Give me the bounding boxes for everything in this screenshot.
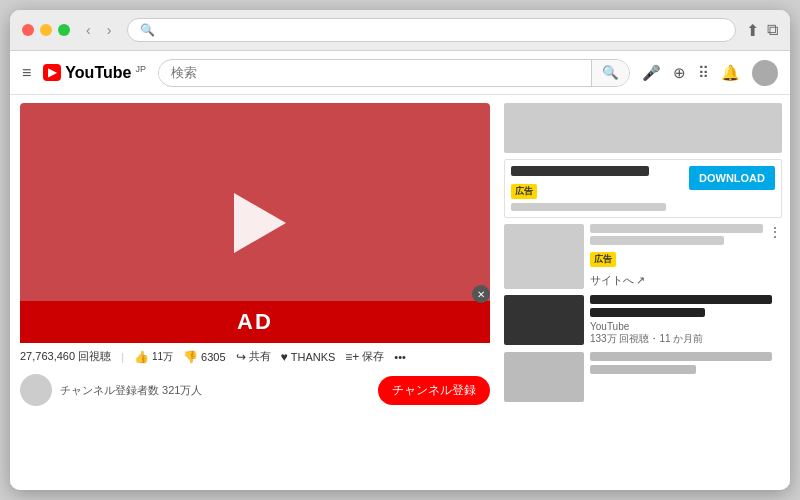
dislike-count: 6305 xyxy=(201,351,225,363)
top-ad-banner[interactable] xyxy=(504,103,782,153)
close-button[interactable] xyxy=(22,24,34,36)
youtube-logo[interactable]: ▶ YouTube JP xyxy=(43,64,146,82)
rec-info-2 xyxy=(590,352,782,402)
video-recommendation-2[interactable] xyxy=(504,352,782,402)
view-count: 27,763,460 回視聴 xyxy=(20,349,111,364)
channel-row: チャンネル登録者数 321万人 チャンネル登録 xyxy=(20,374,490,406)
channel-avatar[interactable] xyxy=(20,374,52,406)
rec-title-bar4 xyxy=(590,365,696,374)
side-ad-card-1: 広告 DOWNLOAD xyxy=(504,159,782,218)
side-ad2-content: 広告 サイトへ ↗ xyxy=(590,224,782,289)
subscribe-button[interactable]: チャンネル登録 xyxy=(378,376,490,405)
like-count: 11万 xyxy=(152,350,173,364)
traffic-lights xyxy=(22,24,70,36)
rec-meta: 133万 回視聴・11 か月前 xyxy=(590,332,782,346)
new-tab-button[interactable]: ⧉ xyxy=(767,21,778,40)
back-button[interactable]: ‹ xyxy=(80,20,97,40)
rec-channel: YouTube xyxy=(590,321,782,332)
share-label: 共有 xyxy=(249,349,271,364)
side-ad-desc xyxy=(511,203,666,211)
youtube-content: ≡ ▶ YouTube JP 🔍 🎤 ⊕ ⠿ 🔔 xyxy=(10,51,790,490)
forward-button[interactable]: › xyxy=(101,20,118,40)
ad-badge-2: 広告 xyxy=(590,252,616,267)
video-panel: AD ✕ 27,763,460 回視聴 | 👍 11万 👎 6305 xyxy=(10,95,500,490)
side-ad-content: 広告 xyxy=(511,166,683,211)
youtube-logo-jp: JP xyxy=(135,64,146,74)
side-ad-top: 広告 DOWNLOAD xyxy=(511,166,775,211)
youtube-logo-text: YouTube xyxy=(65,64,131,82)
ad-badge-1: 広告 xyxy=(511,184,537,199)
menu-icon[interactable]: ≡ xyxy=(22,64,31,82)
youtube-header: ≡ ▶ YouTube JP 🔍 🎤 ⊕ ⠿ 🔔 xyxy=(10,51,790,95)
rec-thumbnail-2 xyxy=(504,352,584,402)
dislike-button[interactable]: 👎 6305 xyxy=(183,350,225,364)
stat-divider: | xyxy=(121,351,124,363)
youtube-logo-icon: ▶ xyxy=(43,64,61,81)
side-ad2-title-bar xyxy=(590,224,763,233)
save-button[interactable]: ≡+ 保存 xyxy=(345,349,384,364)
browser-actions: ⬆ ⧉ xyxy=(746,21,778,40)
youtube-main: AD ✕ 27,763,460 回視聴 | 👍 11万 👎 6305 xyxy=(10,95,790,490)
upload-icon[interactable]: ⊕ xyxy=(673,64,686,82)
ad-label: AD xyxy=(237,309,273,335)
channel-subs: チャンネル登録者数 321万人 xyxy=(60,383,370,398)
grid-icon[interactable]: ⠿ xyxy=(698,64,709,82)
side-ad-thumbnail[interactable] xyxy=(504,224,584,289)
rec-info: YouTube 133万 回視聴・11 か月前 xyxy=(590,295,782,346)
download-button[interactable]: DOWNLOAD xyxy=(689,166,775,190)
share-icon: ↪ xyxy=(236,350,246,364)
play-button[interactable] xyxy=(234,193,286,253)
search-bar[interactable]: 🔍 xyxy=(158,59,630,87)
rec-title-bar3 xyxy=(590,352,772,361)
browser-chrome: ‹ › 🔍 ⬆ ⧉ xyxy=(10,10,790,51)
nav-buttons: ‹ › xyxy=(80,20,117,40)
site-link-text: サイトへ xyxy=(590,273,634,288)
external-link-icon: ↗ xyxy=(636,274,645,287)
minimize-button[interactable] xyxy=(40,24,52,36)
side-ad-title xyxy=(511,166,649,176)
search-icon: 🔍 xyxy=(140,23,155,37)
thanks-button[interactable]: ♥ THANKS xyxy=(281,350,336,364)
bell-icon[interactable]: 🔔 xyxy=(721,64,740,82)
more-button[interactable]: ••• xyxy=(394,351,406,363)
save-icon: ≡+ xyxy=(345,350,359,364)
maximize-button[interactable] xyxy=(58,24,70,36)
thumbs-down-icon: 👎 xyxy=(183,350,198,364)
search-button[interactable]: 🔍 xyxy=(591,60,629,86)
share-button[interactable]: ↪ 共有 xyxy=(236,349,271,364)
ad-close-button[interactable]: ✕ xyxy=(472,285,490,303)
avatar[interactable] xyxy=(752,60,778,86)
address-bar[interactable]: 🔍 xyxy=(127,18,736,42)
side-ad-card-2: 広告 サイトへ ↗ ⋮ xyxy=(504,224,782,289)
browser-window: ‹ › 🔍 ⬆ ⧉ ≡ ▶ YouTube JP 🔍 🎤 xyxy=(10,10,790,490)
ad-bar: AD ✕ xyxy=(20,301,490,343)
header-icons: 🎤 ⊕ ⠿ 🔔 xyxy=(642,60,778,86)
mic-icon[interactable]: 🎤 xyxy=(642,64,661,82)
video-recommendation[interactable]: YouTube 133万 回視聴・11 か月前 xyxy=(504,295,782,346)
channel-info: チャンネル登録者数 321万人 xyxy=(60,383,370,398)
sidebar-panel: 広告 DOWNLOAD 広告 サイトへ xyxy=(500,95,790,490)
url-input[interactable] xyxy=(161,23,723,37)
more-icon: ••• xyxy=(394,351,406,363)
save-label: 保存 xyxy=(362,349,384,364)
search-input[interactable] xyxy=(159,65,591,80)
video-stats: 27,763,460 回視聴 | 👍 11万 👎 6305 ↪ 共有 xyxy=(20,349,490,364)
video-player[interactable]: AD ✕ xyxy=(20,103,490,343)
thumbs-up-icon: 👍 xyxy=(134,350,149,364)
rec-title-bar2 xyxy=(590,308,705,317)
share-browser-button[interactable]: ⬆ xyxy=(746,21,759,40)
rec-title-bar xyxy=(590,295,772,304)
side-ad2-title-bar2 xyxy=(590,236,724,245)
thanks-icon: ♥ xyxy=(281,350,288,364)
rec-thumbnail xyxy=(504,295,584,345)
more-options-icon[interactable]: ⋮ xyxy=(768,224,782,240)
like-button[interactable]: 👍 11万 xyxy=(134,350,173,364)
site-link[interactable]: サイトへ ↗ xyxy=(590,273,782,288)
thanks-label: THANKS xyxy=(291,351,336,363)
